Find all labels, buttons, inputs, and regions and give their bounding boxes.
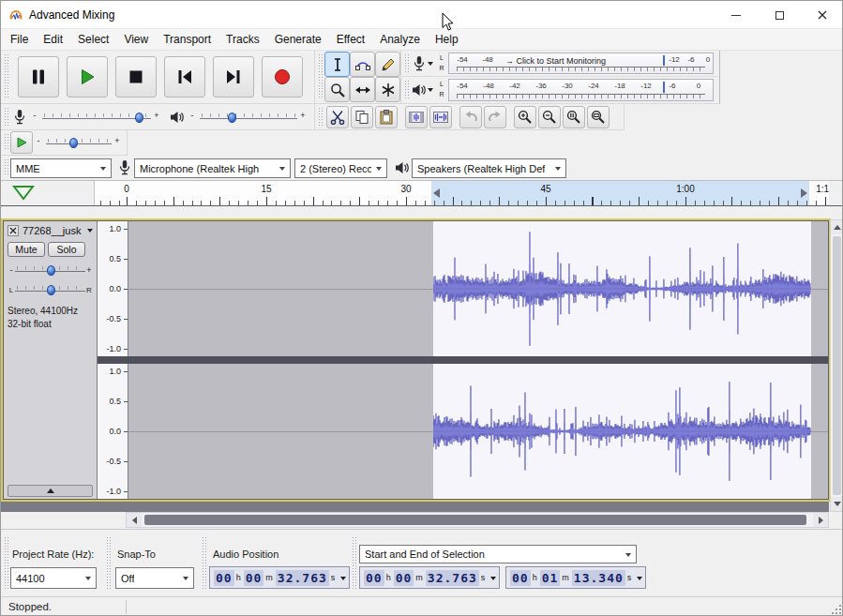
mute-button[interactable]: Mute <box>8 242 45 257</box>
collapse-button[interactable] <box>8 485 93 497</box>
audio-host-select[interactable]: MME <box>10 158 112 178</box>
toolbar-grip[interactable] <box>404 54 410 72</box>
slider-thumb[interactable] <box>47 285 55 295</box>
track-menu-icon[interactable] <box>87 229 93 233</box>
resize-grip-icon[interactable] <box>839 612 841 614</box>
envelope-tool-button[interactable] <box>350 52 375 77</box>
record-button[interactable] <box>262 56 303 98</box>
play-speed-slider[interactable] <box>46 137 112 148</box>
toolbar-grip[interactable] <box>202 537 207 589</box>
time-seconds[interactable]: 32.763 <box>276 570 329 586</box>
play-button[interactable] <box>67 56 108 98</box>
menu-transport[interactable]: Transport <box>156 29 218 50</box>
trim-audio-button[interactable] <box>405 106 428 128</box>
play-at-speed-button[interactable] <box>10 131 33 154</box>
selection-mode-select[interactable]: Start and End of Selection <box>359 545 637 563</box>
close-button[interactable] <box>801 1 843 29</box>
skip-to-start-button[interactable] <box>164 56 205 98</box>
toolbar-grip[interactable] <box>404 81 410 99</box>
solo-button[interactable]: Solo <box>48 242 85 257</box>
scroll-left-button[interactable] <box>127 513 142 527</box>
copy-button[interactable] <box>351 106 373 128</box>
toolbar-grip[interactable] <box>106 537 112 589</box>
playback-device-select[interactable]: Speakers (Realtek High Def <box>412 158 566 178</box>
silence-audio-button[interactable] <box>429 106 452 128</box>
project-rate-select[interactable]: 44100 <box>10 567 97 589</box>
recording-meter[interactable]: L R -54 -48 → Click to Start Monitoring … <box>401 51 719 77</box>
cut-button[interactable] <box>326 106 349 128</box>
time-seconds[interactable]: 13.340 <box>572 570 625 586</box>
scroll-right-button[interactable] <box>813 513 828 527</box>
stop-button[interactable] <box>115 56 157 98</box>
slider-thumb[interactable] <box>47 265 55 276</box>
channel-separator[interactable] <box>98 356 828 364</box>
recording-volume-slider[interactable] <box>42 112 151 123</box>
vertical-scrollbar[interactable] <box>830 219 843 512</box>
toolbar-grip[interactable] <box>318 108 324 126</box>
skip-to-end-button[interactable] <box>213 56 254 98</box>
chevron-down-icon[interactable] <box>340 577 346 580</box>
right-channel[interactable] <box>128 364 828 499</box>
meter-menu-icon[interactable] <box>428 62 433 66</box>
slider-thumb[interactable] <box>69 138 78 148</box>
time-hours[interactable]: 00 <box>214 570 234 586</box>
gain-slider[interactable]: - + <box>8 263 93 277</box>
undo-button[interactable] <box>459 106 482 128</box>
fit-project-button[interactable] <box>587 106 610 128</box>
scrollbar-thumb[interactable] <box>144 515 806 525</box>
selection-tool-button[interactable] <box>324 52 350 77</box>
menu-select[interactable]: Select <box>70 29 116 50</box>
time-seconds[interactable]: 32.763 <box>426 570 479 586</box>
toolbar-grip[interactable] <box>4 134 9 151</box>
menu-tracks[interactable]: Tracks <box>218 29 267 50</box>
playback-meter-scale[interactable]: -54 -48 -42 -36 -30 -24 -18 -12 -6 0 <box>448 79 714 101</box>
scroll-up-button[interactable] <box>831 220 843 234</box>
snap-to-select[interactable]: Off <box>115 567 194 589</box>
menu-effect[interactable]: Effect <box>329 29 372 50</box>
track-name[interactable]: 77268__jusk <box>23 225 85 236</box>
draw-tool-button[interactable] <box>375 52 400 77</box>
pinned-play-head-icon[interactable] <box>12 185 35 201</box>
recording-device-select[interactable]: Microphone (Realtek High <box>134 158 291 178</box>
time-minutes[interactable]: 00 <box>244 570 264 586</box>
selection-start-display[interactable]: 00h00m32.763s <box>359 566 500 589</box>
zoom-in-button[interactable] <box>514 106 536 128</box>
toolbar-grip[interactable] <box>4 537 9 589</box>
playback-volume-slider[interactable] <box>200 112 297 123</box>
slider-thumb[interactable] <box>228 113 236 123</box>
track-close-button[interactable] <box>8 225 19 236</box>
menu-edit[interactable]: Edit <box>36 29 70 50</box>
time-hours[interactable]: 00 <box>510 570 531 586</box>
audio-position-display[interactable]: 00h00m32.763s <box>209 566 350 589</box>
scrollbar-thumb[interactable] <box>833 236 841 495</box>
fit-selection-button[interactable] <box>563 106 585 128</box>
toolbar-grip[interactable] <box>4 54 9 99</box>
toolbar-grip[interactable] <box>352 537 357 589</box>
redo-button[interactable] <box>484 106 506 128</box>
maximize-button[interactable] <box>758 1 801 29</box>
zoom-out-button[interactable] <box>538 106 561 128</box>
menu-generate[interactable]: Generate <box>267 29 329 50</box>
recording-channels-select[interactable]: 2 (Stereo) Recor <box>294 158 387 178</box>
scroll-down-button[interactable] <box>831 497 843 511</box>
recording-meter-scale[interactable]: -54 -48 → Click to Start Monitoring -12 … <box>448 53 714 74</box>
playback-meter[interactable]: L R -54 -48 -42 -36 -30 -24 -18 -12 -6 0 <box>401 77 719 103</box>
audio-clip[interactable] <box>433 221 811 356</box>
pause-button[interactable] <box>18 56 59 98</box>
time-hours[interactable]: 00 <box>364 570 384 586</box>
zoom-tool-button[interactable] <box>324 77 350 102</box>
audio-clip[interactable] <box>433 364 811 499</box>
menu-analyze[interactable]: Analyze <box>372 29 428 50</box>
time-minutes[interactable]: 00 <box>394 570 414 586</box>
menu-help[interactable]: Help <box>428 29 466 50</box>
minimize-button[interactable] <box>715 1 758 29</box>
selection-end-display[interactable]: 00h01m13.340s <box>505 566 646 589</box>
time-minutes[interactable]: 01 <box>540 570 561 586</box>
toolbar-grip[interactable] <box>4 108 9 126</box>
chevron-down-icon[interactable] <box>490 577 496 580</box>
multi-tool-button[interactable] <box>375 77 400 102</box>
pan-slider[interactable]: L R <box>8 283 93 296</box>
menu-view[interactable]: View <box>116 29 156 50</box>
toolbar-grip[interactable] <box>4 159 9 176</box>
meter-menu-icon[interactable] <box>428 88 433 92</box>
